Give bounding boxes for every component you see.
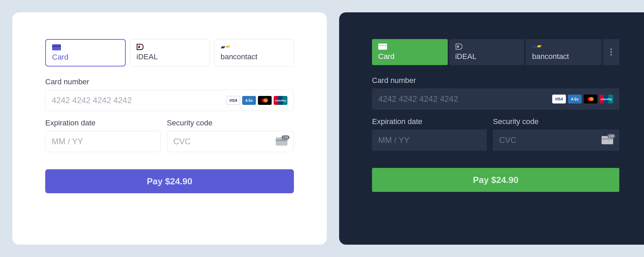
svg-point-8 (610, 49, 612, 50)
payment-form-dark: Card iDEAL bancontact Card number VISA A… (339, 12, 644, 245)
svg-rect-0 (52, 44, 61, 50)
amex-icon: A Ex (242, 96, 256, 105)
expiration-label: Expiration date (45, 119, 161, 127)
pay-button[interactable]: Pay $24.90 (372, 168, 619, 192)
amex-icon: A Ex (568, 95, 582, 103)
svg-rect-1 (52, 46, 61, 47)
card-number-field[interactable]: VISA A Ex UnionPay (372, 88, 619, 110)
visa-icon: VISA (552, 95, 566, 103)
svg-rect-7 (457, 45, 459, 48)
tab-label: Card (378, 52, 442, 61)
tab-label: bancontact (532, 52, 595, 61)
expiration-label: Expiration date (372, 117, 487, 126)
expiration-input[interactable] (52, 137, 154, 146)
cvc-field[interactable]: 135 (167, 131, 294, 152)
svg-rect-5 (378, 44, 387, 50)
card-number-label: Card number (372, 76, 619, 85)
bancontact-icon (221, 44, 287, 50)
card-brand-logos: VISA A Ex UnionPay (552, 95, 613, 103)
ideal-icon (455, 43, 519, 50)
mastercard-icon (258, 96, 272, 105)
cvc-label: Security code (167, 119, 294, 127)
tab-card[interactable]: Card (45, 39, 126, 66)
more-vertical-icon (610, 48, 612, 56)
svg-rect-2 (138, 46, 140, 48)
unionpay-icon: UnionPay (599, 95, 613, 103)
svg-point-9 (610, 51, 612, 53)
tab-bancontact[interactable]: bancontact (526, 39, 602, 65)
tab-label: iDEAL (455, 52, 519, 61)
cvc-input[interactable] (173, 137, 276, 146)
card-brand-logos: VISA A Ex UnionPay (226, 96, 287, 105)
cvc-hint-icon: 135 (276, 137, 287, 146)
cvc-field[interactable]: 135 (493, 130, 619, 151)
expiration-field[interactable] (372, 130, 487, 151)
tab-bancontact[interactable]: bancontact (214, 39, 294, 66)
card-icon (378, 43, 442, 50)
cvc-label: Security code (493, 117, 619, 126)
tab-label: Card (52, 53, 119, 62)
card-number-label: Card number (45, 77, 294, 86)
card-number-input[interactable] (52, 96, 226, 105)
bancontact-icon (532, 43, 595, 50)
unionpay-icon: UnionPay (274, 96, 287, 105)
svg-point-12 (590, 97, 594, 101)
pay-button[interactable]: Pay $24.90 (45, 169, 294, 193)
visa-icon: VISA (226, 96, 240, 105)
tab-ideal[interactable]: iDEAL (130, 39, 210, 66)
card-number-field[interactable]: VISA A Ex UnionPay (45, 90, 294, 111)
more-methods-button[interactable] (603, 39, 619, 65)
payment-method-tabs: Card iDEAL bancontact (45, 39, 294, 66)
expiration-field[interactable] (45, 131, 161, 152)
svg-point-10 (610, 54, 612, 56)
payment-method-tabs: Card iDEAL bancontact (372, 39, 619, 65)
expiration-input[interactable] (378, 135, 481, 145)
tab-ideal[interactable]: iDEAL (449, 39, 525, 65)
ideal-icon (136, 44, 203, 50)
tab-label: iDEAL (136, 52, 203, 61)
mastercard-icon (584, 95, 597, 103)
cvc-input[interactable] (499, 135, 602, 145)
card-icon (52, 44, 119, 51)
payment-form-light: Card iDEAL bancontact Card number VISA A… (12, 12, 327, 245)
tab-card[interactable]: Card (372, 39, 448, 65)
cvc-hint-icon: 135 (602, 136, 613, 144)
svg-point-4 (264, 98, 268, 102)
card-number-input[interactable] (378, 94, 552, 104)
tab-label: bancontact (221, 52, 287, 61)
svg-rect-6 (378, 45, 387, 46)
